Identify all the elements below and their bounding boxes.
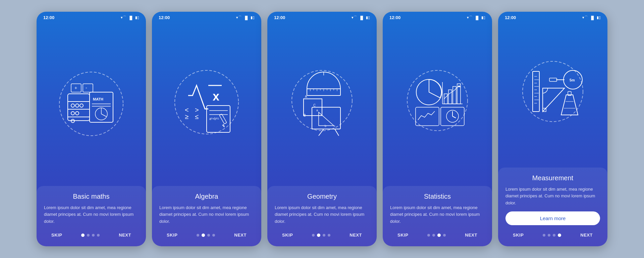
bottom-nav-3: SKIP NEXT	[275, 230, 369, 242]
dot-1-2	[87, 234, 90, 237]
svg-line-74	[452, 116, 456, 118]
svg-rect-33	[219, 114, 227, 124]
dots-2	[197, 234, 215, 237]
next-button-5[interactable]: NEXT	[580, 233, 593, 238]
time-1: 12:00	[43, 15, 54, 20]
skip-button-5[interactable]: SKIP	[513, 233, 524, 238]
skip-button-4[interactable]: SKIP	[397, 233, 408, 238]
dot-4-3	[437, 234, 441, 237]
time-4: 12:00	[389, 15, 400, 20]
text-area-4: Statistics Lorem ipsum dolor sit dim ame…	[383, 186, 492, 246]
next-button-3[interactable]: NEXT	[350, 233, 362, 238]
wifi-icon-3: ▾⌒	[352, 15, 357, 20]
svg-rect-70	[416, 107, 439, 126]
screen-description-2: Lorem ipsum dolor sit dim amet, mea regi…	[159, 204, 254, 225]
math-illustration: MATH + -	[54, 67, 128, 141]
screen-title-2: Algebra	[159, 193, 254, 200]
svg-text:B: B	[304, 114, 306, 117]
svg-text:A: A	[305, 95, 307, 99]
screen-description-4: Lorem ipsum dolor sit dim amet, mea regi…	[390, 204, 485, 225]
battery-icon-5: ▮▯	[597, 15, 601, 20]
measurement-illustration: 5m	[516, 58, 590, 132]
status-bar-5: 12:00 ▾⌒ ▐▌ ▮▯	[498, 12, 607, 22]
battery-icon-4: ▮▯	[481, 15, 485, 20]
dot-4-1	[427, 234, 430, 237]
bottom-nav-2: SKIP NEXT	[159, 230, 254, 242]
screen-measurement: 12:00 ▾⌒ ▐▌ ▮▯	[498, 12, 607, 246]
screen-title-5: Measurement	[505, 174, 600, 182]
text-area-5: Measurement Lorem ipsum dolor sit dim am…	[498, 168, 607, 246]
battery-icon-2: ▮▯	[251, 15, 255, 20]
status-icons-1: ▾⌒ ▐▌ ▮▯	[121, 15, 139, 20]
dots-4	[427, 234, 446, 237]
next-button-4[interactable]: NEXT	[465, 233, 477, 238]
svg-text:+: +	[74, 85, 77, 90]
wifi-icon-4: ▾⌒	[467, 15, 473, 20]
dot-5-2	[548, 234, 550, 237]
signal-icon-3: ▐▌	[359, 16, 364, 20]
status-bar-3: 12:00 ▾⌒ ▐▌ ▮▯	[267, 12, 377, 22]
svg-line-19	[101, 114, 106, 117]
time-5: 12:00	[505, 15, 516, 20]
illustration-area-1: MATH + -	[37, 22, 146, 186]
status-icons-4: ▾⌒ ▐▌ ▮▯	[467, 15, 485, 20]
bottom-nav-5: SKIP NEXT	[505, 230, 600, 242]
dot-2-2	[202, 234, 205, 237]
illustration-area-4	[383, 22, 492, 186]
dots-5	[543, 234, 561, 237]
svg-text:MATH: MATH	[93, 97, 103, 101]
svg-marker-34	[222, 125, 225, 128]
svg-text:c: c	[334, 124, 335, 128]
svg-text:-: -	[86, 85, 87, 90]
svg-point-8	[71, 112, 74, 115]
illustration-area-3: a b c A B C	[267, 22, 377, 186]
skip-button-3[interactable]: SKIP	[282, 233, 293, 238]
dot-3-4	[328, 234, 330, 237]
svg-line-55	[319, 129, 324, 136]
svg-text:>: >	[195, 106, 199, 114]
svg-point-5	[71, 104, 74, 107]
dot-3-2	[317, 234, 320, 237]
screen-algebra: 12:00 ▾⌒ ▐▌ ▮▯ x < ≥ > ≤	[152, 12, 261, 246]
svg-point-7	[80, 104, 83, 107]
status-icons-2: ▾⌒ ▐▌ ▮▯	[236, 15, 255, 20]
dots-1	[81, 234, 100, 237]
svg-text:<: <	[185, 106, 189, 114]
status-bar-2: 12:00 ▾⌒ ▐▌ ▮▯	[152, 12, 261, 22]
dot-5-4	[558, 234, 561, 237]
next-button-2[interactable]: NEXT	[234, 233, 247, 238]
statistics-illustration	[400, 67, 474, 141]
svg-point-6	[75, 104, 79, 107]
screen-title-1: Basic maths	[44, 193, 139, 200]
skip-button-1[interactable]: SKIP	[51, 233, 62, 238]
svg-line-56	[335, 129, 339, 136]
skip-button-2[interactable]: SKIP	[167, 233, 177, 238]
screen-description-1: Lorem ipsum dolor sit dim amet, mea regi…	[44, 204, 139, 225]
text-area-1: Basic maths Lorem ipsum dolor sit dim am…	[37, 186, 146, 246]
signal-icon-4: ▐▌	[474, 16, 480, 20]
dot-3-3	[323, 234, 325, 237]
next-button-1[interactable]: NEXT	[119, 233, 131, 238]
learn-more-button[interactable]: Learn more	[505, 211, 600, 225]
svg-marker-51	[319, 112, 334, 126]
svg-text:≥: ≥	[185, 113, 189, 120]
dot-1-4	[97, 234, 100, 237]
svg-point-61	[407, 70, 468, 131]
screen-description-3: Lorem ipsum dolor sit dim amet, mea regi…	[275, 204, 369, 225]
screen-title-4: Statistics	[390, 193, 485, 200]
dots-3	[312, 234, 330, 237]
signal-icon-2: ▐▌	[244, 16, 249, 20]
svg-rect-11	[90, 92, 113, 122]
screen-basic-maths: 12:00 ▾⌒ ▐▌ ▮▯	[37, 12, 146, 246]
svg-text:a: a	[316, 109, 318, 112]
svg-rect-15	[83, 84, 93, 92]
battery-icon-1: ▮▯	[135, 15, 139, 20]
status-icons-3: ▾⌒ ▐▌ ▮▯	[352, 15, 370, 20]
status-icons-5: ▾⌒ ▐▌ ▮▯	[582, 15, 601, 20]
wifi-icon-5: ▾⌒	[582, 15, 588, 20]
wifi-icon-2: ▾⌒	[236, 15, 242, 20]
screens-container: 12:00 ▾⌒ ▐▌ ▮▯	[23, 2, 621, 256]
dot-5-3	[553, 234, 555, 237]
dot-2-4	[212, 234, 215, 237]
svg-text:5m: 5m	[570, 78, 575, 82]
